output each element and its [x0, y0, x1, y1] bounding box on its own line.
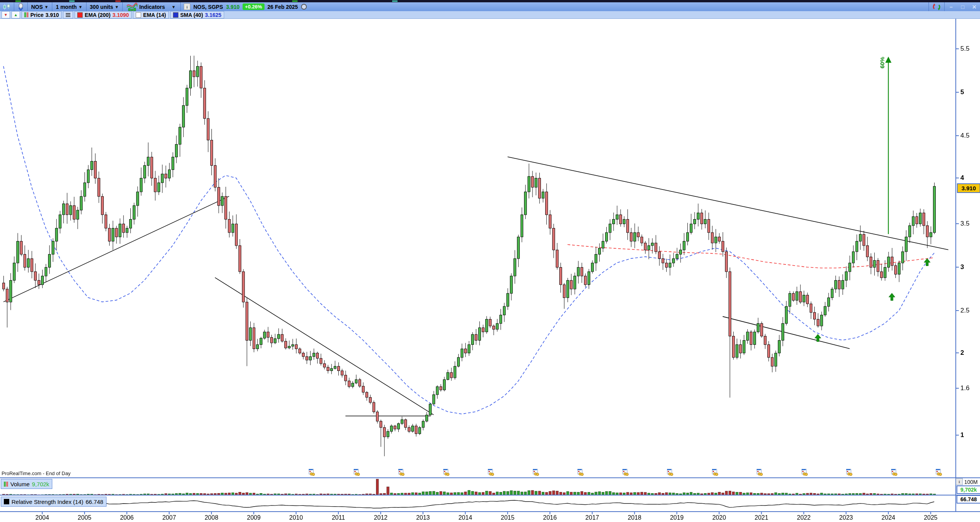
units-dropdown[interactable]: 300 units ▼: [87, 2, 122, 11]
volume-pane-label: Volume: [10, 481, 30, 487]
volume-series-icon: [4, 482, 8, 487]
refresh-icon: [933, 3, 940, 10]
dividend-calendar-icon: [398, 469, 404, 475]
price-axis-tick-label: 2.5: [960, 307, 970, 314]
ticker-date: 26 Feb 2025: [268, 4, 298, 10]
sma40-color-swatch: [173, 12, 178, 18]
sma40-legend-chip[interactable]: SMA (40) 3.1625: [170, 11, 224, 18]
move-pane-down-button[interactable]: ▼: [2, 11, 10, 18]
time-axis-year-label: 2012: [374, 514, 388, 521]
price-chart-canvas[interactable]: [0, 0, 980, 522]
timeframe-dropdown[interactable]: 1 month ▼: [53, 2, 85, 11]
time-axis-year-label: 2025: [924, 514, 938, 521]
minimize-button[interactable]: –: [945, 2, 957, 11]
time-axis-year-label: 2013: [416, 514, 430, 521]
time-axis-year-label: 2006: [120, 514, 134, 521]
strip-speck: [392, 0, 398, 2]
prorealtime-window: { "toolbar": { "symbol": "NOS", "timefra…: [0, 0, 980, 522]
price-axis-tick-label: 1.6: [960, 384, 970, 392]
volume-pane-value: 9,702k: [32, 481, 49, 487]
time-axis-year-label: 2024: [882, 514, 895, 521]
toolbar-separator: [928, 2, 929, 11]
dividend-calendar-icon: [936, 469, 941, 475]
dividend-calendar-icon: [846, 469, 852, 475]
time-axis-year-label: 2004: [35, 514, 49, 521]
last-price-badge: 3.910: [957, 183, 980, 193]
indicators-button-label: Indicators: [139, 4, 165, 10]
units-dropdown-label: 300 units: [90, 4, 113, 10]
indicators-icon: [126, 3, 138, 11]
rsi-color-swatch: [4, 499, 9, 504]
chevron-down-icon: ▼: [171, 5, 176, 9]
dividend-calendar-icon: [802, 469, 807, 475]
ema200-color-swatch: [77, 12, 83, 18]
dividend-calendar-icon: [488, 469, 493, 475]
ema14-legend-label: EMA (14): [143, 12, 166, 18]
toolbar-separator: [180, 2, 181, 11]
toolbar-separator: [52, 2, 52, 11]
toolbar-separator: [27, 2, 28, 11]
symbol-dropdown-label: NOS: [31, 4, 43, 10]
rsi-pane-chip[interactable]: Relative Strength Index (14) 66.748: [1, 497, 106, 507]
volume-pane-chip[interactable]: Volume 9,702k: [1, 479, 52, 489]
close-button[interactable]: ✕: [968, 2, 980, 11]
dividend-calendar-icon: [712, 469, 717, 475]
time-axis-year-label: 2008: [205, 514, 218, 521]
time-axis-year-label: 2020: [712, 514, 726, 521]
ticker-name: NOS, SGPS: [193, 4, 223, 10]
session-status-icon: [301, 4, 307, 10]
ema200-legend-chip[interactable]: EMA (200) 3.1090: [75, 11, 131, 18]
toolbar-separator: [14, 2, 14, 11]
dividend-calendar-icon: [622, 469, 628, 475]
price-settings-chip[interactable]: [63, 11, 73, 18]
price-axis-tick-label: 4: [960, 174, 964, 182]
rsi-value-badge: 66.748: [957, 495, 980, 504]
time-axis-year-label: 2016: [543, 514, 557, 521]
dividend-calendar-icon: [577, 469, 583, 475]
pane-info-button[interactable]: i: [956, 478, 963, 485]
ema14-color-swatch: [136, 12, 141, 18]
time-axis-year-label: 2019: [670, 514, 684, 521]
toolbar-separator: [944, 2, 945, 11]
chevron-down-icon: ▼: [78, 5, 83, 9]
indicators-button[interactable]: Indicators: [123, 2, 168, 11]
symbol-dropdown[interactable]: NOS ▼: [28, 2, 51, 11]
time-axis-year-label: 2014: [458, 514, 472, 521]
rsi-pane-label: Relative Strength Index (14): [12, 499, 83, 505]
candlestick-icon: [2, 3, 11, 10]
chevron-down-icon: ▼: [44, 5, 48, 9]
maximize-button[interactable]: □: [957, 2, 968, 11]
instrument-info-icon[interactable]: i: [184, 3, 190, 10]
dividend-calendar-icon: [443, 469, 449, 475]
chart-type-button[interactable]: [0, 2, 13, 11]
time-axis-year-label: 2011: [332, 514, 345, 521]
ema200-legend-value: 3.1090: [112, 12, 129, 18]
time-axis-year-label: 2018: [628, 514, 642, 521]
arrow-up-icon: ▲: [14, 13, 18, 17]
dividend-calendar-icon: [891, 469, 897, 475]
time-axis-year-label: 2015: [501, 514, 515, 521]
price-axis-tick-label: 2: [960, 349, 964, 357]
arrow-down-icon: ▼: [4, 13, 8, 17]
dividend-calendar-icon: [309, 469, 314, 475]
window-controls: – □ ✕: [928, 2, 980, 11]
chevron-down-icon: ▼: [115, 5, 119, 9]
time-axis-year-label: 2005: [78, 514, 92, 521]
projection-percent-label: 60%: [879, 57, 885, 68]
move-pane-up-button[interactable]: ▲: [12, 11, 20, 18]
price-axis-tick-label: 3.5: [960, 220, 970, 228]
time-axis-year-label: 2010: [289, 514, 303, 521]
list-settings-icon: [66, 13, 70, 17]
pin-symbol-button[interactable]: [15, 2, 27, 11]
ema14-legend-chip[interactable]: EMA (14): [133, 11, 168, 18]
strip-speck: [69, 0, 75, 2]
strip-speck: [115, 0, 121, 2]
indicators-more-dropdown[interactable]: ▼: [168, 2, 180, 11]
sma40-legend-label: SMA (40): [180, 12, 203, 18]
ema200-legend-label: EMA (200): [85, 12, 110, 18]
price-legend-chip[interactable]: Price 3.910: [22, 11, 62, 18]
volume-value-badge: 9,702k: [957, 485, 980, 494]
refresh-button[interactable]: [930, 2, 943, 11]
watermark-end-of-day: ProRealTime.com - End of Day: [2, 470, 70, 476]
price-series-icon: [24, 12, 28, 17]
